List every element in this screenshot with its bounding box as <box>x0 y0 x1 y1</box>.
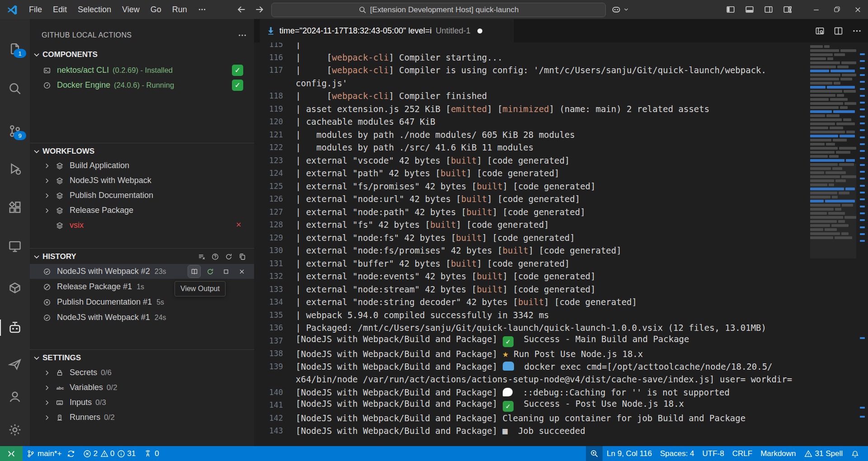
encoding-item[interactable]: UTF-8 <box>698 446 728 461</box>
emoji-flag-icon: ▦ <box>503 426 508 436</box>
zoom-status-item[interactable] <box>586 446 603 461</box>
ruler-mark <box>860 416 865 418</box>
sidebar-more-actions-icon[interactable] <box>238 31 247 40</box>
language-mode-item[interactable]: Markdown <box>756 446 800 461</box>
history-item[interactable]: NodeJS with Webpack #124s <box>30 310 254 325</box>
menu-go[interactable]: Go <box>145 3 167 17</box>
menu-more-icon[interactable] <box>193 3 212 16</box>
editor-content[interactable]: 115|116| [webpack-cli] Compiler starting… <box>254 42 868 446</box>
workflow-item[interactable]: vsix <box>30 218 254 233</box>
activity-remote-explorer-icon[interactable] <box>0 235 30 257</box>
token: built <box>518 297 544 307</box>
refresh-icon[interactable] <box>225 253 232 260</box>
slash-icon <box>43 283 57 291</box>
split-editor-icon[interactable] <box>834 26 843 36</box>
help-icon[interactable] <box>212 253 219 260</box>
workflows-section-header[interactable]: WORKFLOWS <box>33 145 254 158</box>
problems-status-item[interactable]: 2 0 31 <box>79 446 140 461</box>
indentation-item[interactable]: Spaces: 4 <box>656 446 698 461</box>
menu-selection[interactable]: Selection <box>72 3 117 17</box>
toggle-primary-sidebar-icon[interactable] <box>726 5 735 14</box>
go-back-icon[interactable] <box>236 5 246 14</box>
minimap-line <box>810 114 856 117</box>
minimap[interactable] <box>810 45 856 240</box>
restart-icon[interactable] <box>204 265 216 278</box>
copy-output-icon[interactable] <box>239 253 246 260</box>
copilot-menu[interactable] <box>611 3 629 16</box>
tab-untitled-1[interactable]: time="2024-11-17T18:32:43-05:00" level=i… <box>260 19 514 42</box>
activity-extensions-icon[interactable] <box>0 197 30 218</box>
components-section-header[interactable]: COMPONENTS <box>33 48 254 61</box>
notifications-bell-icon[interactable] <box>847 446 863 461</box>
token: webpack-cli <box>332 91 389 101</box>
ports-status-item[interactable]: 0 <box>140 446 163 461</box>
settings-item[interactable]: Runners0/2 <box>30 410 254 425</box>
menu-edit[interactable]: Edit <box>47 3 72 17</box>
toggle-panel-icon[interactable] <box>745 5 754 14</box>
warning-icon <box>100 450 108 458</box>
minimap-line <box>810 159 856 162</box>
activity-source-control-icon[interactable]: 9 <box>0 120 30 142</box>
ruler-mark <box>860 198 865 200</box>
extensions-icon <box>8 201 22 214</box>
checked-checkbox-icon[interactable]: ✓ <box>232 65 243 76</box>
customize-layout-icon[interactable] <box>783 5 792 14</box>
ruler-mark <box>860 74 865 76</box>
workflow-item[interactable]: Release Package <box>30 203 254 218</box>
remove-workflow-icon[interactable] <box>235 221 242 228</box>
minimap-line <box>810 171 856 174</box>
spell-checker-item[interactable]: 31 Spell <box>800 446 847 461</box>
workflow-item[interactable]: Publish Documentation <box>30 188 254 203</box>
command-center-search[interactable]: [Extension Development Host] quick-launc… <box>271 3 606 17</box>
history-item[interactable]: NodeJS with Webpack #223s <box>30 264 254 279</box>
activity-explorer-icon[interactable]: 1 <box>0 38 30 60</box>
settings-item[interactable]: Secrets0/6 <box>30 365 254 380</box>
workflow-item[interactable]: Build Application <box>30 158 254 173</box>
view-output-icon[interactable] <box>188 265 200 278</box>
remote-indicator[interactable] <box>0 446 23 461</box>
menu-run[interactable]: Run <box>167 3 193 17</box>
tab-secondary-label: Untitled-1 <box>436 26 471 36</box>
activity-containers-icon[interactable] <box>0 277 30 299</box>
clear-history-icon[interactable] <box>198 253 205 260</box>
minimize-icon[interactable] <box>806 0 826 19</box>
line-text: | external "node:fs" 42 bytes [built] [c… <box>296 233 575 243</box>
settings-item[interactable]: abcVariables0/2 <box>30 380 254 395</box>
overview-ruler[interactable] <box>856 42 868 446</box>
open-preview-icon[interactable] <box>815 26 825 36</box>
component-item[interactable]: nektos/act CLI(0.2.69) - Installed✓ <box>30 63 254 78</box>
close-icon[interactable] <box>847 0 868 19</box>
activity-github-local-actions-icon[interactable] <box>0 317 30 339</box>
activity-run-debug-icon[interactable] <box>0 158 30 179</box>
editor-line: 119| asset extension.js 252 KiB [emitted… <box>254 103 809 116</box>
toggle-secondary-sidebar-icon[interactable] <box>764 5 773 14</box>
activity-account-icon[interactable] <box>0 386 30 408</box>
minimap-line <box>810 147 856 150</box>
history-item[interactable]: Publish Documentation #15s <box>30 295 254 310</box>
activity-github-actions-icon[interactable] <box>0 353 30 375</box>
editor-line: 136| Packaged: /mnt/c/Users/sanju/Git/qu… <box>254 321 809 334</box>
maximize-icon[interactable] <box>826 0 847 19</box>
line-number: 141 <box>254 400 296 409</box>
menu-file[interactable]: File <box>24 3 47 17</box>
menu-view[interactable]: View <box>117 3 145 17</box>
activity-search-icon[interactable] <box>0 78 30 99</box>
eol-item[interactable]: CRLF <box>728 446 756 461</box>
ruler-mark <box>860 60 865 62</box>
go-forward-icon[interactable] <box>255 5 264 14</box>
modified-dot-icon[interactable] <box>477 28 482 33</box>
component-item[interactable]: Docker Engine(24.0.6) - Running✓ <box>30 78 254 93</box>
cursor-position-item[interactable]: Ln 9, Col 116 <box>603 446 656 461</box>
workflow-item[interactable]: NodeJS with Webpack <box>30 173 254 188</box>
branch-status-item[interactable]: main*+ <box>23 446 79 461</box>
checked-checkbox-icon[interactable]: ✓ <box>232 80 243 91</box>
settings-section-header[interactable]: SETTINGS <box>33 351 254 365</box>
history-label: Publish Documentation #1 <box>57 297 152 307</box>
remove-icon[interactable] <box>236 265 248 278</box>
minimap-line <box>810 196 856 198</box>
history-section-header[interactable]: HISTORY <box>33 250 254 263</box>
activity-settings-gear-icon[interactable] <box>0 419 30 441</box>
settings-item[interactable]: Inputs0/3 <box>30 395 254 410</box>
more-actions-icon[interactable] <box>852 26 862 36</box>
stop-icon[interactable] <box>220 265 232 278</box>
